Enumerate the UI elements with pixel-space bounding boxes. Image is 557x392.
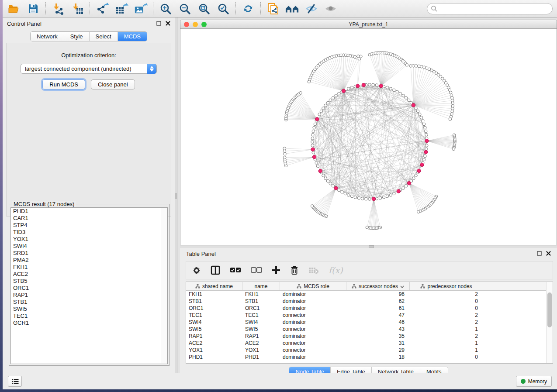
mcds-list-scrollbar[interactable] [162,208,167,363]
table-cell[interactable]: ORC1 [186,305,242,312]
mcds-hub-node[interactable] [315,117,319,121]
table-cell[interactable]: 46 [346,319,410,326]
zoom-selected-icon[interactable] [216,2,230,15]
table-cell[interactable]: 2 [410,319,483,326]
float-panel-icon[interactable] [156,21,161,27]
network-node[interactable] [451,107,454,110]
table-cell[interactable]: connector [280,340,346,347]
table-cell[interactable]: ACE2 [186,340,242,347]
mcds-hub-node[interactable] [334,186,338,190]
table-cell[interactable]: dominator [280,305,346,312]
network-node[interactable] [412,177,415,180]
table-cell[interactable]: connector [280,312,346,319]
network-node[interactable] [452,148,455,151]
table-cell[interactable]: STB1 [242,298,280,305]
network-node[interactable] [425,148,428,151]
tab-select[interactable]: Select [90,32,118,41]
mcds-result-list[interactable]: PHD1CAR1STP4TID3YOX1SWI4SRD1PMA2FKH1ACE2… [10,207,168,364]
mcds-result-item[interactable]: TID3 [11,229,167,236]
network-window-titlebar[interactable]: YPA_prune.txt_1 [180,20,557,29]
optimization-criterion-dropdown[interactable]: largest connected component (undirected) [21,64,157,74]
table-cell[interactable]: 62 [346,298,410,305]
network-node[interactable] [424,130,427,133]
network-node[interactable] [420,116,423,119]
tab-network[interactable]: Network [31,32,64,41]
mcds-result-item[interactable]: STB5 [11,278,167,285]
table-cell[interactable]: 2 [410,312,483,319]
table-row[interactable]: TEC1TEC1connector472 [186,312,553,319]
table-cell[interactable]: YOX1 [242,347,280,354]
table-cell[interactable]: 31 [346,340,410,347]
network-node[interactable] [350,86,353,89]
table-cell[interactable]: 0 [410,298,483,305]
network-node[interactable] [338,92,341,95]
network-node[interactable] [407,99,410,102]
network-node[interactable] [341,191,344,194]
mcds-result-item[interactable]: FKH1 [11,264,167,271]
mcds-result-item[interactable]: STB1 [11,299,167,306]
network-node[interactable] [424,155,427,158]
mcds-result-item[interactable]: ACE2 [11,271,167,278]
mcds-hub-node[interactable] [407,182,411,185]
table-cell[interactable]: 18 [346,354,410,361]
table-cell[interactable]: RAP1 [242,333,280,340]
table-cell[interactable]: connector [280,326,346,333]
table-cell[interactable]: 2 [410,333,483,340]
mcds-hub-node[interactable] [312,155,316,158]
network-node[interactable] [315,162,318,165]
table-settings-gear-icon[interactable] [192,266,201,275]
tab-style[interactable]: Style [64,32,90,41]
table-cell[interactable]: 1 [410,326,483,333]
mcds-hub-node[interactable] [417,169,421,172]
deselect-all-icon[interactable] [251,267,262,273]
network-node[interactable] [347,194,350,197]
network-node[interactable] [393,192,396,195]
mcds-hub-node[interactable] [412,103,415,107]
network-node[interactable] [311,144,314,147]
network-node[interactable] [389,194,392,197]
table-cell[interactable]: ACE2 [242,340,280,347]
table-row[interactable]: ORC1ORC1dominator610 [186,305,553,312]
network-node[interactable] [405,185,408,188]
table-cell[interactable]: RAP1 [186,333,242,340]
network-node[interactable] [422,158,426,161]
column-header-MCDS-role[interactable]: MCDS role [280,282,346,290]
network-node[interactable] [357,196,360,199]
close-panel-icon[interactable] [166,21,170,27]
network-node[interactable] [402,187,405,190]
table-cell[interactable]: YOX1 [186,347,242,354]
table-cell[interactable]: 43 [346,326,410,333]
network-node[interactable] [422,123,426,126]
table-cell[interactable]: 0 [410,305,483,312]
network-node[interactable] [405,96,408,100]
table-cell[interactable]: STB1 [186,298,242,305]
import-table-icon[interactable] [70,2,84,15]
zoom-out-icon[interactable] [178,2,192,15]
delete-column-trash-icon[interactable] [290,265,299,275]
table-row[interactable]: FKH1FKH1dominator962 [186,291,553,298]
select-all-icon[interactable] [230,267,241,273]
table-cell[interactable]: SWI5 [186,326,242,333]
network-node[interactable] [326,101,329,104]
network-node[interactable] [402,94,405,97]
table-cell[interactable]: dominator [280,298,346,305]
network-node[interactable] [312,151,315,154]
network-node[interactable] [311,205,314,208]
network-node[interactable] [324,177,327,180]
refresh-view-icon[interactable] [241,2,255,15]
table-cell[interactable]: 29 [346,347,410,354]
network-node[interactable] [451,110,454,113]
network-node[interactable] [320,110,323,113]
table-cell[interactable]: 61 [346,305,410,312]
export-network-icon[interactable] [95,2,109,15]
network-node[interactable] [312,130,315,133]
import-network-icon[interactable] [51,2,65,15]
network-node[interactable] [311,137,314,140]
network-node[interactable] [299,92,302,95]
export-table-icon[interactable] [114,2,128,15]
network-node[interactable] [417,65,420,68]
network-node[interactable] [354,196,357,199]
network-node[interactable] [365,197,368,200]
table-row[interactable]: PHD1PHD1dominator180 [186,354,553,361]
table-row[interactable]: STB1STB1dominator620 [186,298,553,305]
